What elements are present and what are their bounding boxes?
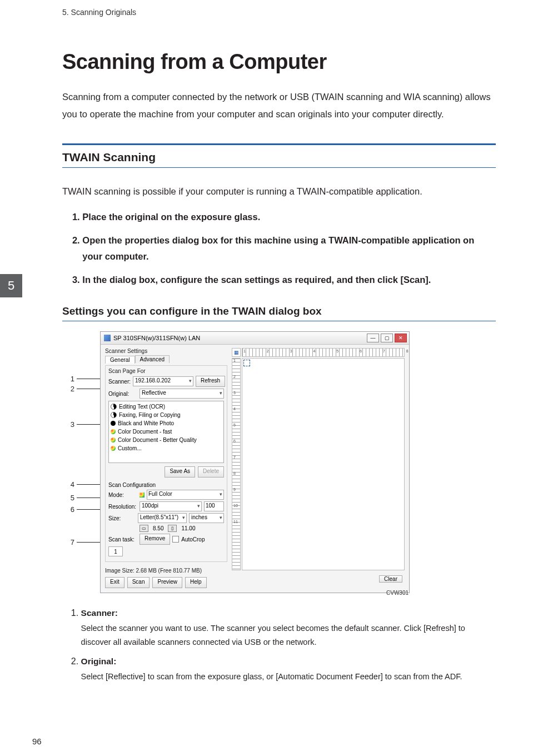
- scan-config-label: Scan Configuration: [108, 482, 224, 488]
- tick: 8: [233, 471, 238, 475]
- def-term: Original:: [81, 656, 496, 667]
- color-icon: [140, 493, 145, 498]
- figure-id: CVW301: [386, 590, 409, 596]
- tick: 9: [233, 488, 238, 491]
- list-item-label: Faxing, Filing or Copying: [119, 412, 181, 418]
- height-value: 11.00: [181, 525, 195, 531]
- size-label: Size:: [108, 515, 136, 521]
- section-rule-thin-2: [62, 321, 496, 322]
- tab-general[interactable]: General: [105, 356, 135, 364]
- tick: 1: [233, 359, 238, 362]
- procedure-list: Place the original on the exposure glass…: [62, 209, 496, 289]
- twain-lead: TWAIN scanning is possible if your compu…: [62, 183, 496, 200]
- app-icon: [104, 335, 111, 341]
- list-item-label: Custom...: [118, 445, 142, 451]
- list-item-label: Color Document - Better Quality: [118, 437, 197, 443]
- list-item[interactable]: Black and White Photo: [111, 419, 222, 427]
- def-item-1: Scanner: Select the scanner you want to …: [81, 608, 496, 649]
- callout-5: 5: [67, 494, 74, 502]
- definition-list: Scanner: Select the scanner you want to …: [62, 608, 496, 684]
- def-body: Select [Reflective] to scan from the exp…: [81, 670, 496, 684]
- list-item[interactable]: Color Document - fast: [111, 427, 222, 436]
- intro-paragraph: Scanning from a computer connected by th…: [62, 88, 496, 123]
- tick: 2: [233, 375, 238, 379]
- delete-button[interactable]: Delete: [198, 466, 224, 478]
- section-rule: [62, 143, 496, 145]
- callout-7: 7: [67, 538, 74, 546]
- scanner-label: Scanner:: [108, 379, 131, 385]
- vertical-ruler: 1 2 3 4 5 6 7 8 9 10 11: [232, 358, 241, 570]
- callout-2: 2: [67, 385, 74, 393]
- size-dropdown[interactable]: Letter(8.5"x11"): [138, 513, 187, 523]
- step-3-text: In the dialog box, configure the scan se…: [82, 272, 496, 289]
- tab-advanced[interactable]: Advanced: [135, 355, 170, 363]
- callout-6: 6: [67, 505, 74, 514]
- help-button[interactable]: Help: [185, 577, 207, 588]
- close-button[interactable]: ✕: [395, 334, 407, 342]
- scan-task-label: Scan task:: [108, 536, 137, 543]
- ruler-v-labels: 1 2 3 4 5 6 7 8 9 10 11: [233, 359, 238, 524]
- step-2-text: Open the properties dialog box for this …: [82, 232, 496, 265]
- breadcrumb: 5. Scanning Originals: [62, 8, 136, 17]
- resolution-dropdown[interactable]: 100dpi: [140, 501, 202, 511]
- chapter-tab: 5: [0, 274, 22, 297]
- twain-heading: TWAIN Scanning: [62, 151, 496, 164]
- original-label: Original:: [108, 391, 137, 397]
- def-term: Scanner:: [81, 608, 496, 618]
- resolution-label: Resolution:: [108, 504, 137, 510]
- tick: 4: [233, 407, 238, 411]
- width-value: 8.50: [153, 525, 163, 531]
- step-1: Place the original on the exposure glass…: [82, 209, 496, 226]
- height-icon: ▯: [168, 525, 177, 532]
- step-3: In the dialog box, configure the scan se…: [82, 272, 496, 289]
- preview-canvas[interactable]: [242, 358, 405, 570]
- page-number: 96: [32, 737, 42, 746]
- list-item[interactable]: Faxing, Filing or Copying: [111, 411, 222, 419]
- list-item[interactable]: Color Document - Better Quality: [111, 436, 222, 444]
- page-title: Scanning from a Computer: [62, 50, 496, 74]
- original-dropdown[interactable]: Reflective: [140, 389, 224, 399]
- horizontal-ruler: 1 2 3 4 5 6 7 8: [242, 348, 405, 357]
- exit-button[interactable]: Exit: [105, 577, 124, 588]
- scan-profile-list[interactable]: Editing Text (OCR) Faxing, Filing or Cop…: [108, 401, 224, 463]
- def-item-2: Original: Select [Reflective] to scan fr…: [81, 656, 496, 684]
- scanner-settings-label: Scanner Settings: [105, 348, 227, 354]
- preview-button[interactable]: Preview: [152, 577, 182, 588]
- clear-button[interactable]: Clear: [379, 575, 402, 583]
- list-item-label: Color Document - fast: [118, 429, 172, 435]
- list-item[interactable]: Custom...: [111, 444, 222, 452]
- image-size-status: Image Size: 2.68 MB (Free 810.77 MB): [105, 568, 227, 574]
- autocrop-label: AutoCrop: [181, 536, 205, 543]
- list-item-label: Black and White Photo: [118, 420, 174, 426]
- mode-dropdown[interactable]: Full Color: [147, 490, 224, 500]
- section-rule-thin: [62, 167, 496, 168]
- callout-4: 4: [67, 480, 74, 489]
- mode-label: Mode:: [108, 492, 137, 498]
- scan-button[interactable]: Scan: [127, 577, 150, 588]
- minimize-button[interactable]: —: [367, 334, 379, 342]
- units-dropdown[interactable]: inches: [189, 513, 224, 523]
- callout-1: 1: [67, 375, 74, 383]
- tick: 7: [233, 455, 238, 459]
- list-item[interactable]: Editing Text (OCR): [111, 402, 222, 411]
- step-2: Open the properties dialog box for this …: [82, 232, 496, 265]
- maximize-button[interactable]: ▢: [381, 334, 393, 342]
- list-item-label: Editing Text (OCR): [119, 404, 165, 410]
- tick: 3: [233, 391, 238, 395]
- tick: 11: [233, 520, 238, 524]
- scan-page-for-label: Scan Page For: [108, 368, 224, 374]
- autocrop-checkbox[interactable]: [172, 536, 179, 543]
- tick: 6: [233, 439, 238, 443]
- dialog-title: SP 310SFN(w)/311SFN(w) LAN: [113, 335, 365, 341]
- task-number-box[interactable]: 1: [108, 546, 123, 556]
- resolution-input[interactable]: 100: [204, 501, 224, 511]
- ruler-h-labels: 1 2 3 4 5 6 7 8: [243, 349, 419, 353]
- refresh-button[interactable]: Refresh: [196, 376, 225, 387]
- selection-marquee[interactable]: [243, 360, 250, 366]
- callout-3: 3: [67, 420, 74, 429]
- scanner-dropdown[interactable]: 192.168.0.202: [133, 376, 193, 386]
- remove-button[interactable]: Remove: [140, 534, 170, 545]
- save-as-button[interactable]: Save As: [165, 466, 195, 478]
- tick: 5: [233, 423, 238, 427]
- def-body: Select the scanner you want to use. The …: [81, 621, 496, 649]
